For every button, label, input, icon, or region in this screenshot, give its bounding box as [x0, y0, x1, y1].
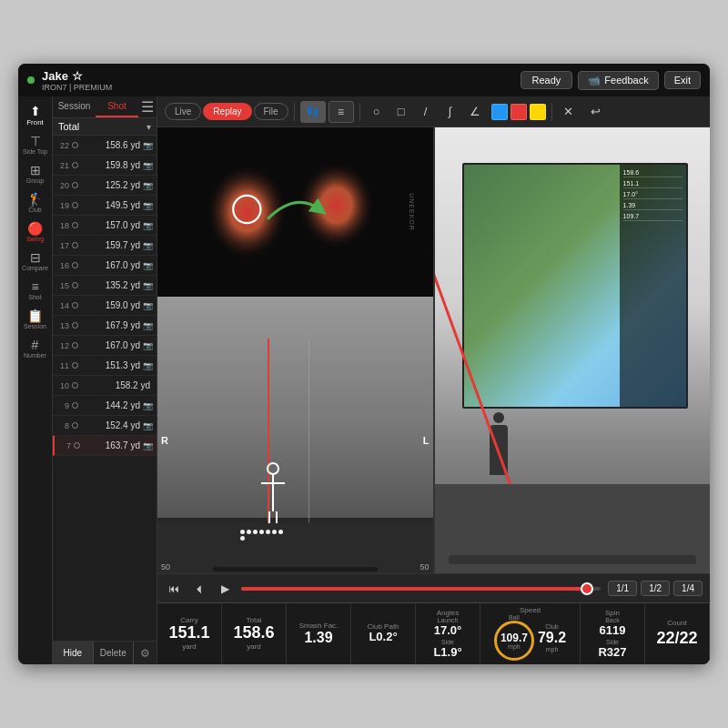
table-row[interactable]: 11 151.3 yd 📷	[53, 356, 157, 376]
live-button[interactable]: Live	[165, 103, 201, 120]
label-R: R	[161, 435, 168, 446]
spin-label: Spin	[605, 610, 620, 617]
side-spin-value: R327	[598, 645, 626, 659]
golfer-body	[272, 475, 274, 511]
square-tool[interactable]: □	[390, 101, 412, 123]
sim-stat-5: 109.7	[623, 212, 682, 221]
play-button[interactable]: ▶	[216, 580, 234, 598]
ball-label: Ball	[509, 614, 520, 621]
circle-tool[interactable]: ○	[366, 101, 388, 123]
table-row[interactable]: 7 163.7 yd 📷	[53, 436, 157, 456]
file-button[interactable]: File	[254, 103, 288, 120]
club-path-value: L0.2°	[369, 631, 397, 643]
step-back-button[interactable]: ⏴	[190, 580, 208, 598]
player-club: IRON7 | PREMIUM	[42, 83, 513, 92]
table-row[interactable]: 22 158.6 yd 📷	[53, 136, 157, 156]
player-online-dot	[27, 76, 35, 84]
angle-tool[interactable]: ∠	[464, 101, 486, 123]
top-bar: Jake ☆ IRON7 | PREMIUM Ready 📹 Feedback …	[18, 64, 710, 96]
sidetop-icon: ⊤	[30, 135, 41, 147]
curve-tool[interactable]: ∫	[440, 101, 461, 123]
side-spin-label: Side	[606, 639, 619, 645]
camera-icon: 📷	[143, 201, 153, 210]
table-row[interactable]: 12 167.0 yd 📷	[53, 336, 157, 356]
camera-icon: 📷	[143, 281, 153, 290]
yellow-color-button[interactable]	[530, 104, 546, 120]
tab-shot[interactable]: Shot	[96, 96, 138, 117]
playback-slider[interactable]	[241, 587, 601, 591]
table-row[interactable]: 16 167.0 yd 📷	[53, 256, 157, 276]
separator	[359, 103, 360, 121]
nav-1-1[interactable]: 1/1	[608, 581, 637, 596]
player-info: Jake ☆ IRON7 | PREMIUM	[42, 69, 513, 92]
launch-label: Launch	[438, 617, 459, 623]
line-tool[interactable]: /	[415, 101, 437, 123]
compare-icon: ⊟	[30, 251, 41, 264]
red-color-button[interactable]	[511, 104, 527, 120]
shot-icon: ≡	[31, 280, 38, 293]
sidebar-item-swing[interactable]: 🔴 Swing	[22, 218, 49, 246]
sidebar-item-session[interactable]: 📋 Session	[22, 306, 49, 333]
undo-button[interactable]: ↩	[585, 101, 607, 123]
hide-button[interactable]: Hide	[53, 642, 93, 664]
camera-icon: 📷	[143, 401, 153, 410]
sidebar-item-group[interactable]: ⊞ Group	[22, 160, 49, 187]
carry-stat: Carry 151.1 yard	[157, 603, 222, 664]
ready-button[interactable]: Ready	[521, 71, 573, 89]
sidebar-item-club[interactable]: 🏌 Club	[22, 189, 49, 217]
exit-button[interactable]: Exit	[664, 71, 701, 89]
count-stat: Count 22/22	[645, 603, 710, 664]
angles-box: Launch 17.0° Side L1.9°	[433, 617, 461, 659]
club-speed-value: 79.2	[538, 630, 566, 646]
table-row[interactable]: 15 135.2 yd 📷	[53, 276, 157, 296]
feedback-button[interactable]: 📹 Feedback	[578, 71, 658, 90]
table-row[interactable]: 18 157.0 yd 📷	[53, 216, 157, 236]
delete-draw-button[interactable]: ✕	[558, 101, 580, 123]
back-spin-value: 6119	[600, 623, 626, 637]
blue-color-button[interactable]	[491, 104, 508, 120]
sidebar-item-shot[interactable]: ≡ Shot	[22, 277, 49, 304]
left-video-panel: UNEEKOR	[157, 127, 433, 573]
skip-back-button[interactable]: ⏮	[165, 580, 183, 598]
replay-button[interactable]: Replay	[203, 103, 251, 120]
sidebar-item-sidetop[interactable]: ⊤ Side Top	[22, 131, 49, 158]
footprint-view-button[interactable]: 👣	[300, 101, 326, 123]
launch-value: 17.0°	[434, 623, 462, 637]
nav-1-4[interactable]: 1/4	[673, 581, 703, 596]
speed-box: Ball 109.7 mph Club 79.2 mph	[494, 614, 566, 661]
total-stat: Total 158.6 yard	[222, 603, 287, 664]
smash-value: 1.39	[304, 630, 332, 646]
table-row[interactable]: 8 152.4 yd 📷	[53, 416, 157, 436]
table-row[interactable]: 20 125.2 yd 📷	[53, 176, 157, 196]
carry-value: 151.1	[168, 624, 209, 642]
sidebar-item-compare[interactable]: ⊟ Compare	[22, 248, 49, 275]
table-row[interactable]: 14 159.0 yd 📷	[53, 296, 157, 316]
total-filter: Total ▾	[53, 118, 157, 136]
golf-balls	[240, 530, 286, 541]
club-icon: 🏌	[27, 193, 43, 206]
list-view-button[interactable]: ≡	[329, 101, 354, 123]
video-icon: 📹	[588, 75, 601, 86]
table-row[interactable]: 17 159.7 yd 📷	[53, 236, 157, 256]
club-label: Club	[545, 623, 558, 630]
label-50-left: 50	[161, 562, 170, 571]
nav-1-2[interactable]: 1/2	[641, 581, 670, 596]
table-row[interactable]: 13 167.9 yd 📷	[53, 316, 157, 336]
tab-session[interactable]: Session	[53, 96, 96, 117]
sim-stat-4: 1.39	[623, 201, 682, 210]
spin-stat: Spin Back 6119 Side R327	[581, 603, 645, 664]
video-toolbar: Live Replay File 👣 ≡ ○ □ / ∫ ∠	[157, 96, 710, 127]
tab-menu-icon[interactable]: ☰	[138, 96, 157, 117]
delete-button[interactable]: Delete	[93, 642, 134, 664]
sidebar-item-number[interactable]: # Number	[22, 335, 49, 362]
table-row[interactable]: 9 144.2 yd 📷	[53, 396, 157, 416]
table-row[interactable]: 19 149.5 yd 📷	[53, 196, 157, 216]
session-icon: 📋	[27, 309, 43, 322]
sim-screen: 158.6 151.1 17.0° 1.39 109.7	[462, 163, 688, 409]
sidebar-item-front[interactable]: ⬆ Front	[22, 102, 49, 129]
settings-icon[interactable]: ⚙	[133, 642, 157, 664]
dropdown-chevron[interactable]: ▾	[147, 122, 151, 132]
table-row[interactable]: 21 159.8 yd 📷	[53, 156, 157, 176]
playback-bar: ⏮ ⏴ ▶ 1/1 1/2 1/4	[157, 573, 710, 602]
table-row[interactable]: 10 158.2 yd	[53, 376, 157, 396]
